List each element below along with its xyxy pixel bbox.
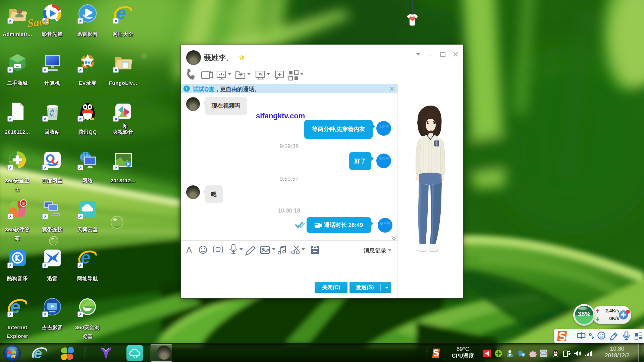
svg-text:消息记录: 消息记录 bbox=[363, 247, 386, 254]
svg-text:i: i bbox=[186, 86, 187, 91]
svg-text:ev: ev bbox=[85, 59, 91, 65]
svg-text:A: A bbox=[186, 245, 192, 255]
svg-text:8: 8 bbox=[22, 201, 24, 206]
